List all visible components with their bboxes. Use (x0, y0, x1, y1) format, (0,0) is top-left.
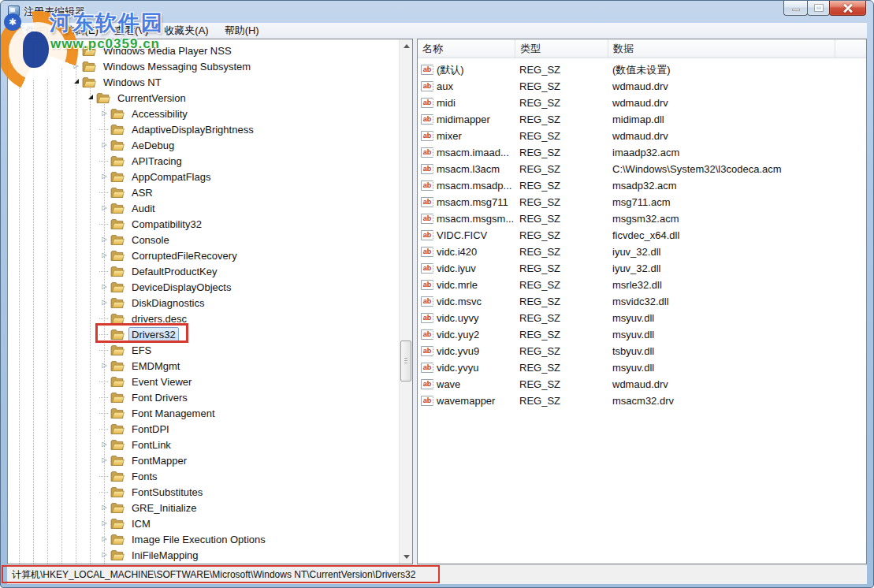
registry-value-row[interactable]: abwaveREG_SZwdmaud.drv (418, 376, 866, 393)
expander-expanded-icon[interactable] (88, 95, 93, 99)
tree-item-label[interactable]: ICM (128, 516, 154, 531)
minimize-button[interactable] (783, 1, 808, 16)
tree-item[interactable]: ▷EMDMgmt (8, 358, 399, 374)
close-button[interactable] (829, 1, 866, 16)
tree-item[interactable]: DefaultProductKey (8, 263, 399, 279)
expander-collapsed-icon[interactable]: ▷ (99, 205, 110, 211)
expander-collapsed-icon[interactable]: ▷ (99, 252, 110, 259)
tree-item-label[interactable]: GRE_Initialize (128, 501, 199, 515)
registry-value-row[interactable]: abmixerREG_SZwdmaud.drv (418, 128, 866, 144)
tree-item-label[interactable]: Accessibility (128, 106, 191, 121)
tree-item[interactable]: APITracing (8, 153, 399, 169)
tree-item[interactable]: ▷IniFileMapping (8, 547, 399, 563)
tree-item[interactable]: ▷FontMapper (8, 452, 399, 468)
tree-item[interactable]: Font Management (8, 405, 399, 421)
scroll-up-button[interactable] (400, 39, 413, 53)
tree-item[interactable]: ▷ICM (8, 515, 399, 531)
tree-item-label[interactable]: CurrentVersion (114, 91, 189, 106)
expander-collapsed-icon[interactable]: ▷ (99, 284, 110, 290)
expander-collapsed-icon[interactable]: ▷ (99, 520, 110, 527)
menu-help[interactable]: 帮助(H) (217, 22, 267, 39)
menu-edit[interactable]: 编辑(E) (57, 22, 106, 39)
scroll-down-button[interactable] (400, 550, 413, 564)
tree-item[interactable]: ASR (8, 184, 399, 200)
tree-item[interactable]: Fonts (8, 468, 399, 484)
tree-item-label[interactable]: Font Drivers (128, 390, 191, 405)
registry-value-row[interactable]: abmsacm.msgsm...REG_SZmsgsm32.acm (418, 210, 866, 227)
tree-item[interactable]: Event Viewer (8, 374, 399, 389)
scrollbar-thumb[interactable] (400, 341, 411, 381)
expander-collapsed-icon[interactable]: ▷ (99, 142, 110, 148)
tree-item-label[interactable]: drivers.desc (128, 311, 190, 326)
tree-item-label[interactable]: DeviceDisplayObjects (128, 280, 234, 295)
tree-item-label[interactable]: AdaptiveDisplayBrightness (128, 122, 257, 137)
tree-item[interactable]: drivers.desc (8, 311, 399, 326)
tree-item[interactable]: ▷DiskDiagnostics (8, 295, 399, 311)
maximize-button[interactable] (807, 1, 830, 16)
tree-item-label[interactable]: EMDMgmt (128, 359, 183, 374)
expander-collapsed-icon[interactable]: ▷ (99, 441, 110, 448)
column-header-data[interactable]: 数据 (608, 39, 835, 58)
tree-item-label[interactable]: Console (128, 233, 173, 247)
tree-item-label[interactable]: Event Viewer (128, 374, 195, 389)
registry-value-row[interactable]: abvidc.mrleREG_SZmsrle32.dll (418, 277, 866, 293)
expander-expanded-icon[interactable] (74, 79, 79, 84)
tree-item[interactable]: ▷Windows Messaging Subsystem (8, 58, 399, 74)
menu-view[interactable]: 查看(V) (106, 22, 156, 39)
tree-item-label[interactable]: FontSubstitutes (128, 485, 206, 500)
tree-item-label[interactable]: Fonts (128, 469, 161, 484)
titlebar[interactable]: 注册表编辑器 (1, 1, 873, 23)
registry-value-row[interactable]: ab(默认)REG_SZ(数值未设置) (418, 61, 866, 78)
tree-item-label[interactable]: AppCompatFlags (128, 169, 214, 184)
expander-collapsed-icon[interactable]: ▷ (71, 63, 81, 69)
expander-collapsed-icon[interactable]: ▷ (99, 300, 110, 306)
tree-item[interactable]: Compatibility32 (8, 216, 399, 232)
tree-item[interactable]: ▷AeDebug (8, 137, 399, 153)
expander-collapsed-icon[interactable]: ▷ (99, 236, 110, 243)
tree-item-label[interactable]: Audit (128, 201, 158, 216)
tree-item-label[interactable]: EFS (128, 343, 154, 358)
expander-collapsed-icon[interactable]: ▷ (99, 504, 110, 511)
registry-value-row[interactable]: abvidc.i420REG_SZiyuv_32.dll (418, 244, 866, 260)
tree-item[interactable]: ▷Audit (8, 200, 399, 216)
tree-item-label[interactable]: Windows Messaging Subsystem (100, 59, 254, 74)
tree-item[interactable]: ▷FontLink (8, 437, 399, 452)
tree-item[interactable]: ▷Accessibility (8, 106, 399, 121)
registry-value-row[interactable]: abvidc.uyvyREG_SZmsyuv.dll (418, 310, 866, 326)
registry-value-row[interactable]: abvidc.yvyuREG_SZmsyuv.dll (418, 359, 866, 376)
tree-item-label[interactable]: APITracing (128, 154, 185, 169)
tree-item[interactable]: ▷CorruptedFileRecovery (8, 247, 399, 263)
tree-item[interactable]: ▷GRE_Initialize (8, 500, 399, 515)
tree-item[interactable]: Font Drivers (8, 389, 399, 405)
tree-item[interactable]: CurrentVersion (8, 90, 399, 106)
registry-value-row[interactable]: abmidimapperREG_SZmidimap.dll (418, 111, 866, 128)
tree-item[interactable]: ▷Windows Media Player NSS (8, 43, 399, 58)
registry-value-row[interactable]: abauxREG_SZwdmaud.drv (418, 78, 866, 95)
registry-value-row[interactable]: abvidc.msvcREG_SZmsvidc32.dll (418, 293, 866, 310)
tree-item-label[interactable]: Font Management (128, 406, 218, 421)
registry-value-row[interactable]: abVIDC.FICVREG_SZficvdec_x64.dll (418, 227, 866, 244)
tree-item-label[interactable]: ASR (128, 185, 156, 200)
column-header-type[interactable]: 类型 (515, 39, 608, 58)
registry-value-row[interactable]: abvidc.yvu9REG_SZtsbyuv.dll (418, 343, 866, 359)
tree-item[interactable]: ▷DeviceDisplayObjects (8, 279, 399, 295)
registry-value-row[interactable]: abwavemapperREG_SZmsacm32.drv (418, 393, 866, 409)
tree-item-label[interactable]: DefaultProductKey (128, 264, 220, 279)
expander-collapsed-icon[interactable]: ▷ (99, 110, 110, 117)
tree-item[interactable]: EFS (8, 342, 399, 358)
expander-collapsed-icon[interactable]: ▷ (99, 536, 110, 542)
tree-item[interactable]: AdaptiveDisplayBrightness (8, 121, 399, 137)
expander-collapsed-icon[interactable]: ▷ (99, 363, 110, 369)
registry-value-row[interactable]: abvidc.iyuvREG_SZiyuv_32.dll (418, 260, 866, 277)
tree-scrollbar[interactable] (399, 39, 412, 564)
tree-item-label[interactable]: Drivers32 (128, 327, 179, 342)
column-header-name[interactable]: 名称 (418, 39, 515, 58)
registry-value-row[interactable]: abmsacm.imaad...REG_SZimaadp32.acm (418, 144, 866, 161)
tree-item-label[interactable]: Windows NT (100, 75, 165, 90)
tree-item-label[interactable]: Image File Execution Options (128, 532, 269, 547)
tree-item-label[interactable]: FontLink (128, 437, 174, 452)
tree-item[interactable]: ▷Image File Execution Options (8, 531, 399, 547)
tree-item-label[interactable]: FontDPI (128, 422, 173, 437)
tree-item-label[interactable]: DiskDiagnostics (128, 296, 207, 311)
registry-value-row[interactable]: abmidiREG_SZwdmaud.drv (418, 95, 866, 111)
